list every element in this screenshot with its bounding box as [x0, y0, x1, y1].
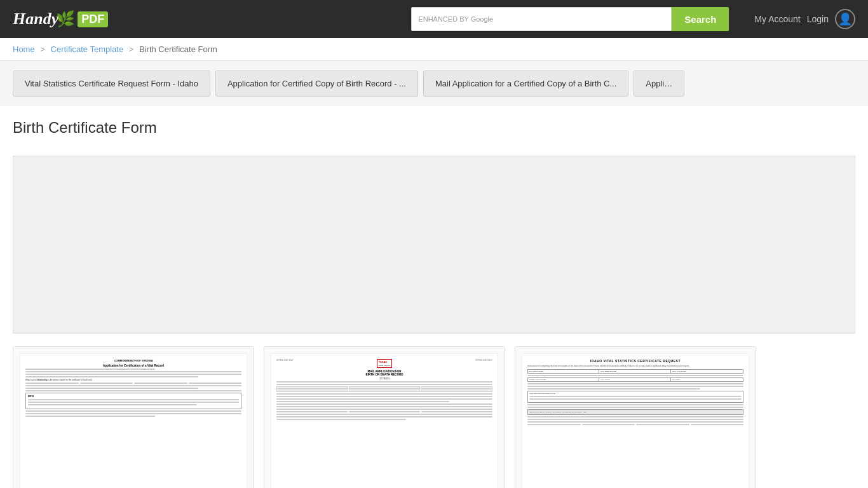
breadcrumb-separator-2: > [129, 44, 134, 54]
login-link[interactable]: Login [807, 14, 829, 24]
doc-card-texas[interactable]: OFFICE USE ONLY TEXASHealth Services OFF… [264, 346, 505, 488]
doc-card-image-texas: OFFICE USE ONLY TEXASHealth Services OFF… [264, 347, 505, 488]
form-thumbnail-virginia: COMMONWEALTH OF VIRGINIA Application for… [20, 353, 247, 488]
doc-card-idaho[interactable]: IDAHO VITAL STATISTICS CERTIFICATE REQUE… [515, 346, 756, 488]
tab-applicati[interactable]: Applicati... [634, 71, 684, 97]
header-nav: My Account Login 👤 [754, 9, 855, 29]
search-wrapper: ENHANCED BY Google [411, 7, 672, 31]
main-content: Birth Certificate Form COMMONWEALTH OF V… [0, 106, 868, 488]
cards-grid: COMMONWEALTH OF VIRGINIA Application for… [13, 346, 855, 488]
breadcrumb: Home > Certificate Template > Birth Cert… [0, 38, 868, 61]
breadcrumb-separator-1: > [40, 44, 45, 54]
breadcrumb-home[interactable]: Home [13, 44, 35, 54]
breadcrumb-current: Birth Certificate Form [139, 44, 217, 54]
logo-pdf-text: PDF [78, 11, 108, 27]
logo[interactable]: Handy 🌿 PDF [13, 10, 108, 29]
my-account-link[interactable]: My Account [754, 14, 800, 24]
form-thumbnail-idaho: IDAHO VITAL STATISTICS CERTIFICATE REQUE… [522, 353, 749, 488]
breadcrumb-certificate-template[interactable]: Certificate Template [51, 44, 124, 54]
doc-card-virginia[interactable]: COMMONWEALTH OF VIRGINIA Application for… [13, 346, 254, 488]
search-enhanced-label: ENHANCED BY Google [418, 15, 493, 23]
user-avatar[interactable]: 👤 [835, 9, 855, 29]
search-input[interactable] [497, 14, 665, 24]
tab-application-certified[interactable]: Application for Certified Copy of Birth … [215, 71, 418, 97]
header: Handy 🌿 PDF ENHANCED BY Google Search My… [0, 0, 868, 38]
tab-mail-application[interactable]: Mail Application for a Certified Copy of… [423, 71, 628, 97]
tabs-row: Vital Statistics Certificate Request For… [0, 61, 868, 106]
form-thumbnail-texas: OFFICE USE ONLY TEXASHealth Services OFF… [271, 353, 498, 488]
tab-vital-statistics[interactable]: Vital Statistics Certificate Request For… [13, 71, 210, 97]
doc-card-image-idaho: IDAHO VITAL STATISTICS CERTIFICATE REQUE… [515, 347, 756, 488]
page-title: Birth Certificate Form [13, 119, 855, 143]
doc-card-image-virginia: COMMONWEALTH OF VIRGINIA Application for… [13, 347, 254, 488]
logo-leaf-icon: 🌿 [56, 10, 75, 28]
search-button[interactable]: Search [672, 7, 729, 31]
search-area: ENHANCED BY Google Search [411, 7, 729, 31]
logo-handy-text: Handy [13, 10, 58, 29]
ad-area [13, 156, 855, 334]
